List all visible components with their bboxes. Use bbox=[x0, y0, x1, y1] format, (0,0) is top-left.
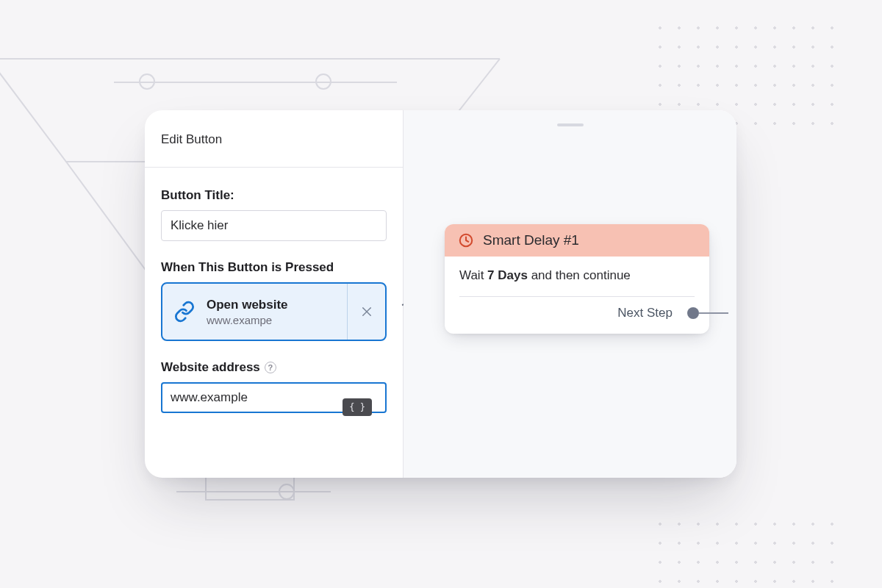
svg-point-1 bbox=[316, 74, 331, 89]
flow-canvas[interactable]: Smart Delay #1 Wait 7 Days and then cont… bbox=[404, 110, 736, 478]
action-subtitle: www.exampe bbox=[207, 314, 347, 326]
insert-variable-button[interactable]: { } bbox=[343, 398, 372, 416]
action-title: Open website bbox=[207, 298, 347, 312]
remove-action-button[interactable] bbox=[347, 284, 385, 340]
svg-point-2 bbox=[279, 484, 294, 499]
smart-delay-node[interactable]: Smart Delay #1 Wait 7 Days and then cont… bbox=[445, 224, 709, 334]
when-pressed-label: When This Button is Pressed bbox=[161, 260, 387, 275]
button-title-label: Button Title: bbox=[161, 188, 387, 203]
edit-button-panel: Edit Button Button Title: When This Butt… bbox=[145, 110, 404, 478]
next-step-label: Next Step bbox=[617, 306, 673, 320]
button-title-input[interactable] bbox=[161, 210, 387, 241]
node-description: Wait 7 Days and then continue bbox=[459, 268, 695, 283]
output-port[interactable] bbox=[687, 307, 699, 319]
when-pressed-section: When This Button is Pressed Open website… bbox=[161, 260, 387, 341]
drag-handle[interactable] bbox=[557, 123, 584, 126]
divider bbox=[459, 296, 695, 297]
button-title-section: Button Title: bbox=[161, 188, 387, 241]
website-address-label-text: Website address bbox=[161, 360, 260, 375]
divider bbox=[145, 167, 404, 168]
website-address-section: Website address ? { } bbox=[161, 360, 387, 413]
clock-icon bbox=[458, 232, 474, 248]
close-icon bbox=[360, 305, 373, 318]
node-header: Smart Delay #1 bbox=[445, 224, 709, 257]
svg-point-0 bbox=[140, 74, 154, 89]
decorative-dot-grid bbox=[650, 514, 842, 588]
connector-stub bbox=[699, 312, 728, 314]
node-title: Smart Delay #1 bbox=[483, 232, 579, 248]
help-icon[interactable]: ? bbox=[265, 362, 276, 373]
panel-title: Edit Button bbox=[161, 110, 387, 159]
node-body: Wait 7 Days and then continue Next Step bbox=[445, 257, 709, 334]
link-icon bbox=[162, 284, 207, 340]
editor-card: Edit Button Button Title: When This Butt… bbox=[145, 110, 736, 478]
action-open-website[interactable]: Open website www.exampe bbox=[161, 282, 387, 341]
website-address-label: Website address ? bbox=[161, 360, 387, 375]
